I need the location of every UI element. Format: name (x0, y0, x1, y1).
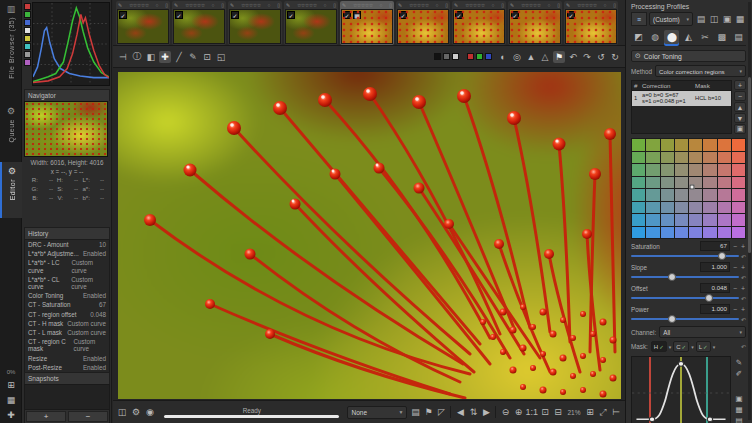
history-row[interactable]: L*a*b* - CL curveCustom curve (25, 275, 109, 291)
next-image-icon[interactable]: ▶ (480, 406, 492, 418)
decrement-icon[interactable]: − (732, 243, 738, 250)
color-label-icon[interactable]: ○ (380, 2, 383, 8)
hand-tool-icon[interactable]: ✚ (159, 51, 171, 63)
channel-select[interactable]: All ▾ (659, 326, 746, 338)
grid-cell[interactable] (732, 202, 745, 214)
slider-thumb[interactable] (668, 315, 676, 323)
thumbnail-toolbar[interactable]: ✎ ☆☆☆☆☆ ○ ▯ (285, 2, 337, 8)
profile-applied-icon[interactable]: ✎ (398, 2, 402, 8)
grid-cell[interactable] (732, 227, 745, 239)
highlight-clipping-icon[interactable]: △ (539, 51, 551, 63)
blue-channel-chip[interactable] (485, 53, 492, 60)
trash-icon[interactable]: ▯ (333, 2, 336, 8)
grid-cell[interactable] (661, 152, 674, 164)
grid-cell[interactable] (675, 177, 688, 189)
grid-cell[interactable] (689, 152, 702, 164)
slider-value[interactable]: 1.000 (700, 304, 730, 314)
grid-cell[interactable] (732, 189, 745, 201)
detach-window-icon[interactable]: ⊞ (584, 406, 596, 418)
grid-cell[interactable] (718, 189, 731, 201)
increment-icon[interactable]: + (740, 285, 746, 292)
trash-icon[interactable]: ▯ (277, 2, 280, 8)
grid-cell[interactable] (703, 189, 716, 201)
slider-thumb[interactable] (718, 252, 726, 260)
copy-profile-icon[interactable]: ▣ (721, 13, 733, 25)
rating-stars-icon[interactable]: ☆☆☆☆☆ (577, 2, 597, 8)
mask-toggle-c[interactable]: C✓ (673, 341, 689, 352)
trash-icon[interactable]: ▯ (221, 2, 224, 8)
history-row[interactable]: CT - region offset0.048 (25, 310, 109, 319)
history-row[interactable]: Color ToningEnabled (25, 291, 109, 300)
rating-stars-icon[interactable]: ☆☆☆☆☆ (297, 2, 317, 8)
load-profile-icon[interactable]: ▤ (695, 13, 707, 25)
profile-applied-icon[interactable]: ✎ (342, 2, 346, 8)
grid-cell[interactable] (661, 202, 674, 214)
grid-cell[interactable] (661, 227, 674, 239)
soft-proofing-icon[interactable]: ⚑ (553, 51, 565, 63)
grid-cell[interactable] (675, 214, 688, 226)
zoom-fit-icon[interactable]: ⊡ (539, 406, 551, 418)
histogram-toggle-green[interactable] (24, 11, 31, 18)
grid-cell[interactable] (703, 152, 716, 164)
profile-applied-icon[interactable]: ✎ (230, 2, 234, 8)
edit-external-icon[interactable]: ◉ (144, 406, 156, 418)
tab-raw-icon[interactable]: ▩ (714, 30, 729, 44)
output-folder-icon[interactable]: ▤ (409, 406, 421, 418)
snapshots-title[interactable]: Snapshots (24, 372, 110, 384)
filmstrip-thumbnail[interactable]: ✎ ☆☆☆☆☆ ○ ▯ ✓ (284, 1, 338, 45)
slider-track[interactable] (631, 252, 739, 260)
grid-cell[interactable] (661, 177, 674, 189)
rating-stars-icon[interactable]: ☆☆☆☆☆ (241, 2, 261, 8)
hide-left-panel-icon[interactable]: ⊣ (117, 51, 129, 63)
histogram-toggle-luminosity[interactable] (24, 27, 31, 34)
filmstrip-thumbnail[interactable]: ✎ ☆☆☆☆☆ ○ ▯ ✓ (564, 1, 618, 45)
thumbnail-image[interactable]: ✓ (565, 9, 617, 44)
history-title[interactable]: History (24, 227, 110, 239)
rotate-right-icon[interactable]: ↷ (581, 51, 593, 63)
tab-file-browser[interactable]: ▥ File Browser (35) (0, 0, 22, 100)
rating-stars-icon[interactable]: ☆☆☆☆☆ (353, 2, 373, 8)
profile-applied-icon[interactable]: ✎ (286, 2, 290, 8)
grid-cell[interactable] (732, 152, 745, 164)
zoom-100-icon[interactable]: 1:1 (525, 406, 538, 418)
profile-applied-icon[interactable]: ✎ (510, 2, 514, 8)
mask-toggle-l[interactable]: L✓ (696, 341, 711, 352)
filmstrip-thumbnail[interactable]: ✎ ☆☆☆☆☆ ○ ▯ ✓ (452, 1, 506, 45)
grid-cell[interactable] (703, 139, 716, 151)
decrement-icon[interactable]: − (732, 285, 738, 292)
color-toning-header[interactable]: ⊙ Color Toning (631, 50, 746, 62)
sync-filebrowser-icon[interactable]: ⇅ (467, 406, 479, 418)
false-colors-icon[interactable]: ◐ (497, 51, 509, 63)
rating-stars-icon[interactable]: ☆☆☆☆☆ (129, 2, 149, 8)
grid-cell[interactable] (632, 139, 645, 151)
grid-cell[interactable] (732, 214, 745, 226)
profile-select[interactable]: (Custom) ▾ (649, 12, 693, 26)
tab-transform-icon[interactable]: ✂ (698, 30, 713, 44)
color-label-icon[interactable]: ○ (212, 2, 215, 8)
grid-cell[interactable] (632, 227, 645, 239)
grid-cell[interactable] (718, 202, 731, 214)
thumbnail-toolbar[interactable]: ✎ ☆☆☆☆☆ ○ ▯ (229, 2, 281, 8)
zoom-in-icon[interactable]: ⊕ (512, 406, 524, 418)
filmstrip-thumbnail[interactable]: ✎ ☆☆☆☆☆ ○ ▯ ✓ (172, 1, 226, 45)
thumbnail-toolbar[interactable]: ✎ ☆☆☆☆☆ ○ ▯ (453, 2, 505, 8)
history-row[interactable]: CT - region C maskCustom curve (25, 337, 109, 353)
grid-cell[interactable] (675, 202, 688, 214)
middle-gray-background-chip[interactable] (443, 53, 450, 60)
chevron-down-icon[interactable]: ▾ (713, 344, 716, 350)
zoom-fit-crop-icon[interactable]: ⊟ (552, 406, 564, 418)
chevron-down-icon[interactable]: ▾ (691, 344, 694, 350)
grid-cell[interactable] (632, 164, 645, 176)
paste-profile-icon[interactable]: ▦ (734, 13, 746, 25)
grid-cell[interactable] (675, 164, 688, 176)
trash-icon[interactable]: ▯ (389, 2, 392, 8)
green-channel-chip[interactable] (476, 53, 483, 60)
grid-cell[interactable] (646, 227, 659, 239)
grid-cell[interactable] (646, 177, 659, 189)
tab-metadata-icon[interactable]: ▤ (731, 30, 746, 44)
add-snapshot-button[interactable]: + (26, 411, 66, 422)
rating-stars-icon[interactable]: ☆☆☆☆☆ (521, 2, 541, 8)
color-label-icon[interactable]: ○ (548, 2, 551, 8)
red-channel-chip[interactable] (467, 53, 474, 60)
delete-snapshot-button[interactable]: − (68, 411, 108, 422)
